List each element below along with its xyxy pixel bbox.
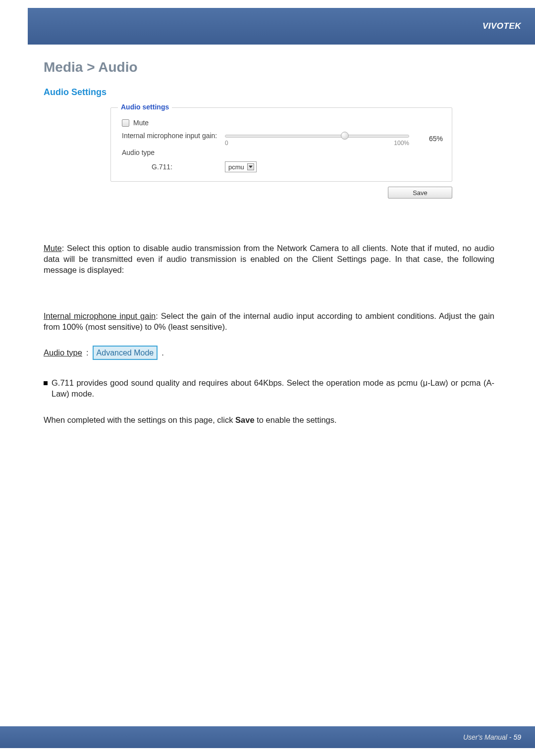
document-body: Mute: Select this option to disable audi… xyxy=(44,243,494,426)
gain-slider-track xyxy=(225,135,409,138)
audio-type-line: Audio type: Advanced Mode . xyxy=(44,346,494,360)
final-bold: Save xyxy=(235,415,255,424)
save-button[interactable]: Save xyxy=(388,187,452,199)
footer-label: User's Manual - xyxy=(463,733,513,741)
gain-slider[interactable]: 0 100% xyxy=(225,132,409,146)
g711-bullet: G.711 provides good sound quality and re… xyxy=(44,378,494,400)
header-ribbon: VIVOTEK xyxy=(28,8,535,45)
g711-row: G.711: pcmu xyxy=(122,161,443,172)
advanced-mode-badge: Advanced Mode xyxy=(93,346,158,360)
gain-slider-scale: 0 100% xyxy=(225,140,409,147)
mute-desc: : Select this option to disable audio tr… xyxy=(44,244,494,274)
g711-label: G.711: xyxy=(122,163,225,171)
mute-paragraph: Mute: Select this option to disable audi… xyxy=(44,243,494,275)
gain-label: Internal microphone input gain: xyxy=(122,132,225,140)
document-page: VIVOTEK Media > Audio Audio Settings Aud… xyxy=(0,0,535,756)
gain-value: 65% xyxy=(416,135,443,143)
footer-page-number: 59 xyxy=(513,733,521,741)
save-row: Save xyxy=(110,187,452,199)
g711-bullet-text: G.711 provides good sound quality and re… xyxy=(52,378,494,400)
mute-term: Mute xyxy=(44,244,62,252)
bullet-icon xyxy=(44,381,48,385)
gain-slider-thumb[interactable] xyxy=(341,132,349,140)
svg-marker-0 xyxy=(249,166,253,168)
final-line: When completed with the settings on this… xyxy=(44,415,494,426)
gain-row: Internal microphone input gain: 0 100% 6… xyxy=(122,132,443,146)
fieldset-legend: Audio settings xyxy=(118,103,172,111)
gain-term: Internal microphone input gain xyxy=(44,311,156,320)
footer-text: User's Manual - 59 xyxy=(463,733,521,741)
g711-select[interactable]: pcmu xyxy=(225,161,257,172)
final-pre: When completed with the settings on this… xyxy=(44,415,235,424)
footer-ribbon: User's Manual - 59 xyxy=(0,726,535,748)
gain-paragraph: Internal microphone input gain: Select t… xyxy=(44,311,494,333)
audio-type-term: Audio type xyxy=(44,348,82,358)
g711-select-value: pcmu xyxy=(228,163,244,171)
section-title: Audio Settings xyxy=(44,87,494,98)
audio-type-label: Audio type xyxy=(122,149,443,156)
chevron-down-icon xyxy=(247,163,254,170)
brand-label: VIVOTEK xyxy=(482,21,521,31)
mute-checkbox[interactable] xyxy=(122,119,129,127)
mute-label: Mute xyxy=(133,119,149,127)
audio-settings-panel: Audio settings Mute Internal microphone … xyxy=(110,107,452,182)
breadcrumb: Media > Audio xyxy=(44,59,494,75)
final-post: to enable the settings. xyxy=(255,415,337,424)
page-content: Media > Audio Audio Settings Audio setti… xyxy=(44,59,494,426)
gain-min: 0 xyxy=(225,140,228,147)
gain-max: 100% xyxy=(394,140,409,147)
gain-slider-block: 0 100% 65% xyxy=(225,132,443,146)
audio-settings-fieldset: Audio settings Mute Internal microphone … xyxy=(110,107,452,182)
save-button-label: Save xyxy=(413,189,428,197)
mute-row: Mute xyxy=(122,119,443,127)
